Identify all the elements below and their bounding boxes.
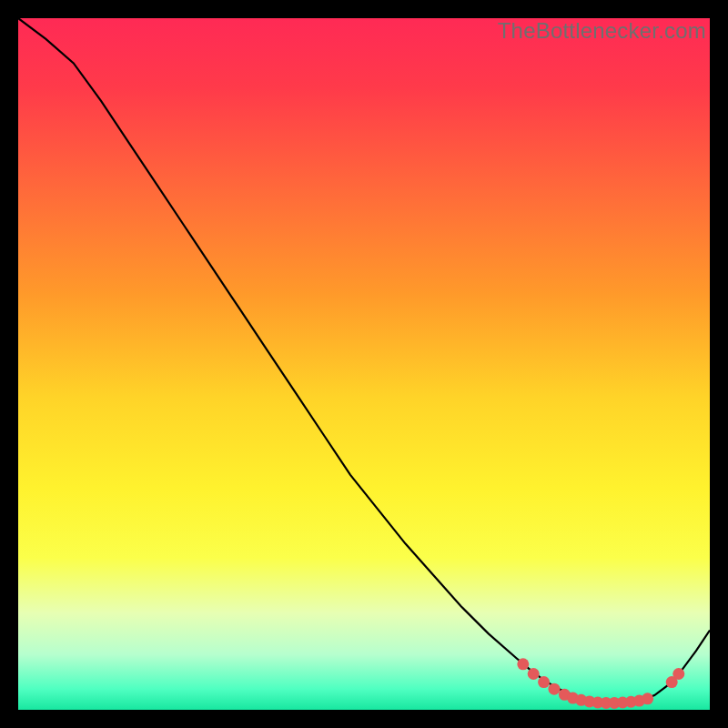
watermark-text: TheBottlenecker.com (498, 18, 706, 44)
chart-frame: TheBottlenecker.com (18, 18, 710, 710)
curve-marker (538, 676, 550, 688)
chart-background (18, 18, 710, 710)
curve-marker (528, 668, 540, 680)
chart-svg (18, 18, 710, 710)
curve-marker (517, 658, 529, 670)
curve-marker (642, 693, 653, 704)
curve-marker (549, 683, 561, 695)
curve-marker (672, 668, 684, 680)
